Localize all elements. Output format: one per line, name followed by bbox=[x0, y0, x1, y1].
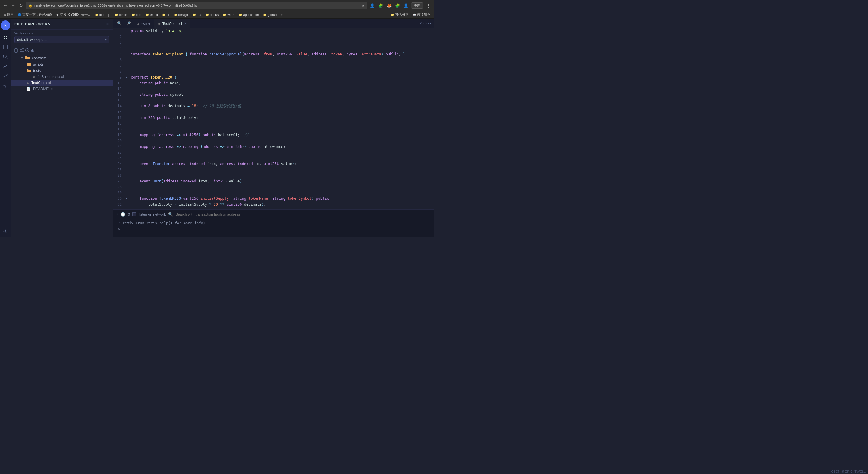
bookmark-baidu[interactable]: 🔵 百度一下，你就知道 bbox=[16, 12, 54, 18]
bookmark-books[interactable]: 📁 books bbox=[204, 12, 220, 17]
tree-item-ballot[interactable]: ◈ 4_Ballot_test.sol bbox=[11, 74, 113, 80]
console-text: remix (run remix.help() for more info) bbox=[122, 221, 205, 225]
sol-file-icon: ◈ bbox=[33, 75, 35, 79]
code-line: 30 ▼ function TokenERC20(uint256 initial… bbox=[113, 196, 434, 201]
svg-rect-5 bbox=[6, 38, 7, 39]
bookmark-token[interactable]: 📁 token bbox=[113, 12, 129, 17]
console-bullet: • bbox=[118, 221, 120, 225]
line-content bbox=[130, 109, 434, 115]
line-content: pragma solidity ^0.4.16; bbox=[130, 28, 434, 34]
transaction-search-input[interactable] bbox=[176, 212, 432, 216]
bookmark-doc[interactable]: 📁 doc bbox=[130, 12, 143, 17]
sidebar-item-files[interactable] bbox=[1, 33, 10, 41]
bookmark-it[interactable]: 📁 IT bbox=[160, 12, 172, 17]
extensions-icon[interactable]: 🧩 bbox=[377, 2, 384, 9]
update-button[interactable]: 更新 bbox=[411, 2, 423, 9]
line-content bbox=[130, 46, 434, 52]
code-editor[interactable]: 1 pragma solidity ^0.4.16; 2 3 bbox=[113, 28, 434, 209]
bookmark-email[interactable]: 📁 email bbox=[144, 12, 159, 17]
line-content: string public name; bbox=[130, 80, 434, 86]
transaction-counter: 0 bbox=[128, 212, 130, 216]
new-folder-icon[interactable] bbox=[20, 48, 24, 54]
tab-close-icon[interactable]: ✕ bbox=[184, 22, 187, 26]
sidebar-item-search[interactable] bbox=[1, 53, 10, 61]
app-logo[interactable]: R bbox=[1, 21, 10, 30]
tab-testcoin[interactable]: ◈ TestCoin.sol ✕ bbox=[154, 19, 190, 28]
line-number: 13 bbox=[113, 98, 125, 103]
line-content bbox=[130, 184, 434, 190]
url-bar[interactable]: 🔒 remix.ethereum.org/#optimize=false&run… bbox=[26, 2, 367, 9]
bookmark-apps[interactable]: ⊞ 应用 bbox=[2, 12, 16, 18]
code-line: 22 bbox=[113, 150, 434, 156]
tab-bar: 🔍 🔎 ⌂ Home ◈ TestCoin.sol ✕ 2 tabs ▾ bbox=[113, 19, 434, 28]
line-content bbox=[130, 34, 434, 40]
new-file-icon[interactable] bbox=[14, 48, 19, 54]
puzzle-icon[interactable]: 🧩 bbox=[394, 2, 401, 9]
line-arrow bbox=[125, 150, 130, 156]
tree-item-testcoin[interactable]: ◈ TestCoin.sol bbox=[11, 80, 113, 86]
fox-icon[interactable]: 🦊 bbox=[386, 2, 393, 9]
bookmark-label: books bbox=[210, 13, 218, 16]
history-icon[interactable]: 🕐 bbox=[121, 212, 125, 216]
github-icon[interactable]: ⊛ bbox=[25, 48, 29, 54]
file-panel-menu[interactable]: ≡ bbox=[106, 21, 110, 27]
line-number: 18 bbox=[113, 127, 125, 132]
back-button[interactable]: ← bbox=[2, 2, 8, 8]
tab-home[interactable]: ⌂ Home bbox=[133, 19, 154, 28]
code-line: 21 mapping (address => mapping (address … bbox=[113, 144, 434, 150]
bookmark-label: token bbox=[119, 13, 127, 16]
folder-icon: 📁 bbox=[115, 13, 118, 16]
bookmark-other[interactable]: 📁 其他书签 bbox=[389, 12, 410, 18]
tab-search-icon[interactable]: 🔍 bbox=[115, 20, 124, 27]
line-arrow bbox=[125, 138, 130, 144]
tab-zoom-icon[interactable]: 🔎 bbox=[124, 20, 133, 27]
tree-item-readme[interactable]: 📄 README.txt bbox=[11, 86, 113, 92]
bookmark-label: IT bbox=[167, 13, 170, 16]
bookmark-github[interactable]: 📁 github bbox=[261, 12, 278, 17]
bookmark-readinglist[interactable]: 📖 阅读清单 bbox=[411, 12, 432, 18]
bookmark-design[interactable]: 📁 design bbox=[172, 12, 190, 17]
sidebar-item-document[interactable] bbox=[1, 43, 10, 51]
console-prompt-line[interactable]: > bbox=[118, 226, 429, 233]
sidebar-item-tool[interactable] bbox=[1, 81, 10, 90]
line-content bbox=[130, 127, 434, 132]
line-number: 20 bbox=[113, 138, 125, 144]
bookmark-application[interactable]: 📁 application bbox=[237, 12, 261, 17]
line-content bbox=[130, 150, 434, 156]
tree-item-tests[interactable]: tests bbox=[11, 67, 113, 74]
forward-button[interactable]: → bbox=[10, 2, 16, 8]
line-number: 25 bbox=[113, 167, 125, 173]
tree-item-contracts[interactable]: ▼ contracts bbox=[11, 55, 113, 61]
sidebar-item-settings[interactable] bbox=[1, 227, 10, 235]
code-line: 11 bbox=[113, 86, 434, 92]
tab-count[interactable]: 2 tabs ▾ bbox=[420, 22, 432, 25]
listen-network-checkbox[interactable] bbox=[132, 212, 136, 216]
collapse-icon[interactable]: ⬇ bbox=[116, 212, 118, 217]
workspace-select[interactable]: default_workspace bbox=[14, 36, 110, 43]
line-number: 28 bbox=[113, 184, 125, 190]
line-number: 22 bbox=[113, 150, 125, 156]
code-line: 10 string public name; bbox=[113, 80, 434, 86]
reload-button[interactable]: ↻ bbox=[18, 2, 24, 8]
sidebar-item-chart[interactable] bbox=[1, 62, 10, 70]
bookmarks-more[interactable]: » bbox=[279, 12, 284, 17]
code-line: 4 bbox=[113, 46, 434, 52]
bookmark-ios[interactable]: 📁 ios bbox=[190, 12, 203, 17]
user-icon[interactable]: 👤 bbox=[403, 2, 409, 9]
tree-item-scripts[interactable]: scripts bbox=[11, 61, 113, 67]
profile-icon[interactable]: 👤 bbox=[369, 2, 375, 9]
line-arrow: ▼ bbox=[125, 196, 130, 201]
publish-icon[interactable] bbox=[30, 48, 34, 54]
line-number: 23 bbox=[113, 156, 125, 161]
sidebar-item-check[interactable] bbox=[1, 72, 10, 80]
file-panel-actions: ≡ bbox=[106, 21, 110, 27]
bookmark-label: github bbox=[268, 13, 277, 16]
transaction-search-icon[interactable]: 🔍 bbox=[168, 212, 173, 216]
folder-icon: 📁 bbox=[205, 13, 209, 16]
code-line: 3 bbox=[113, 40, 434, 45]
bookmark-ico[interactable]: 📁 ico-app bbox=[93, 12, 112, 17]
bookmark-work[interactable]: 📁 work bbox=[221, 12, 236, 17]
more-button[interactable]: ⋮ bbox=[425, 2, 432, 9]
bookmark-cybex[interactable]: ◆ 赛贝_CYBEX_去中... bbox=[55, 12, 93, 18]
line-number: 29 bbox=[113, 190, 125, 196]
